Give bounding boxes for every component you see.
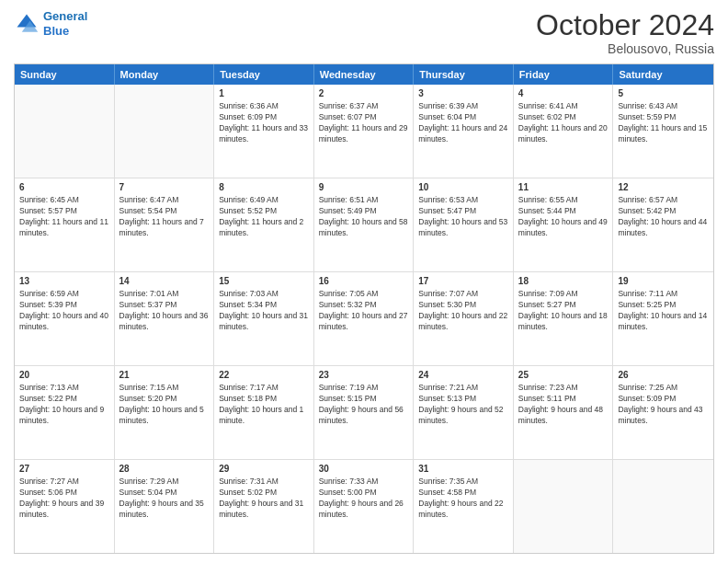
daylight-hours: Daylight: 10 hours and 49 minutes. bbox=[518, 217, 608, 237]
daylight-hours: Daylight: 10 hours and 14 minutes. bbox=[618, 311, 707, 331]
calendar-cell: 4Sunrise: 6:41 AMSunset: 6:02 PMDaylight… bbox=[514, 85, 614, 178]
calendar-cell: 27Sunrise: 7:27 AMSunset: 5:06 PMDayligh… bbox=[15, 460, 115, 553]
day-number: 12 bbox=[618, 181, 709, 194]
sunset-time: Sunset: 6:09 PM bbox=[219, 112, 277, 121]
title-block: October 2024 Belousovo, Russia bbox=[536, 9, 714, 56]
sunset-time: Sunset: 5:52 PM bbox=[219, 206, 277, 215]
daylight-hours: Daylight: 10 hours and 5 minutes. bbox=[119, 405, 204, 425]
day-number: 16 bbox=[319, 275, 409, 288]
sunrise-time: Sunrise: 6:41 AM bbox=[518, 101, 578, 110]
day-number: 23 bbox=[319, 369, 409, 382]
day-of-week-header: Thursday bbox=[414, 64, 514, 85]
day-number: 8 bbox=[219, 181, 309, 194]
sunrise-time: Sunrise: 7:15 AM bbox=[119, 383, 179, 392]
daylight-hours: Daylight: 9 hours and 26 minutes. bbox=[319, 499, 404, 519]
calendar-cell: 22Sunrise: 7:17 AMSunset: 5:18 PMDayligh… bbox=[214, 366, 314, 459]
sunset-time: Sunset: 5:13 PM bbox=[418, 394, 476, 403]
daylight-hours: Daylight: 10 hours and 31 minutes. bbox=[219, 311, 308, 331]
calendar-cell: 23Sunrise: 7:19 AMSunset: 5:15 PMDayligh… bbox=[314, 366, 415, 459]
day-number: 27 bbox=[19, 463, 109, 476]
sunset-time: Sunset: 5:15 PM bbox=[319, 394, 377, 403]
daylight-hours: Daylight: 9 hours and 52 minutes. bbox=[418, 405, 503, 425]
sunset-time: Sunset: 4:58 PM bbox=[418, 488, 476, 497]
sunrise-time: Sunrise: 6:37 AM bbox=[319, 101, 379, 110]
day-number: 25 bbox=[518, 369, 609, 382]
daylight-hours: Daylight: 10 hours and 40 minutes. bbox=[19, 311, 108, 331]
day-number: 5 bbox=[618, 87, 709, 100]
header: General Blue October 2024 Belousovo, Rus… bbox=[14, 9, 714, 56]
day-of-week-header: Saturday bbox=[613, 64, 713, 85]
day-number: 22 bbox=[219, 369, 309, 382]
daylight-hours: Daylight: 11 hours and 20 minutes. bbox=[518, 123, 608, 144]
daylight-hours: Daylight: 10 hours and 1 minute. bbox=[219, 405, 303, 425]
day-number: 29 bbox=[219, 463, 309, 476]
sunset-time: Sunset: 5:18 PM bbox=[219, 394, 277, 403]
daylight-hours: Daylight: 9 hours and 31 minutes. bbox=[219, 499, 303, 519]
calendar-week-row: 1Sunrise: 6:36 AMSunset: 6:09 PMDaylight… bbox=[15, 85, 713, 178]
calendar-body: 1Sunrise: 6:36 AMSunset: 6:09 PMDaylight… bbox=[15, 85, 713, 553]
calendar-cell: 17Sunrise: 7:07 AMSunset: 5:30 PMDayligh… bbox=[414, 272, 514, 365]
calendar-cell: 19Sunrise: 7:11 AMSunset: 5:25 PMDayligh… bbox=[613, 272, 713, 365]
day-number: 7 bbox=[119, 181, 210, 194]
sunset-time: Sunset: 6:02 PM bbox=[518, 112, 576, 121]
sunrise-time: Sunrise: 6:49 AM bbox=[219, 195, 279, 204]
calendar-cell bbox=[613, 460, 713, 553]
sunrise-time: Sunrise: 7:17 AM bbox=[219, 383, 279, 392]
sunrise-time: Sunrise: 7:31 AM bbox=[219, 477, 279, 486]
day-number: 9 bbox=[319, 181, 409, 194]
daylight-hours: Daylight: 11 hours and 15 minutes. bbox=[618, 123, 707, 144]
calendar-cell: 29Sunrise: 7:31 AMSunset: 5:02 PMDayligh… bbox=[214, 460, 314, 553]
daylight-hours: Daylight: 11 hours and 29 minutes. bbox=[319, 123, 408, 144]
sunrise-time: Sunrise: 7:29 AM bbox=[119, 477, 179, 486]
day-of-week-header: Wednesday bbox=[314, 64, 415, 85]
calendar-cell bbox=[15, 85, 115, 178]
calendar-cell: 24Sunrise: 7:21 AMSunset: 5:13 PMDayligh… bbox=[414, 366, 514, 459]
sunset-time: Sunset: 6:04 PM bbox=[418, 112, 476, 121]
sunrise-time: Sunrise: 7:35 AM bbox=[418, 477, 478, 486]
calendar-cell bbox=[514, 460, 614, 553]
daylight-hours: Daylight: 10 hours and 58 minutes. bbox=[319, 217, 408, 237]
sunrise-time: Sunrise: 6:45 AM bbox=[19, 195, 79, 204]
sunrise-time: Sunrise: 7:19 AM bbox=[319, 383, 379, 392]
sunset-time: Sunset: 5:09 PM bbox=[618, 394, 676, 403]
calendar-cell: 3Sunrise: 6:39 AMSunset: 6:04 PMDaylight… bbox=[414, 85, 514, 178]
sunrise-time: Sunrise: 6:39 AM bbox=[418, 101, 478, 110]
sunrise-time: Sunrise: 6:59 AM bbox=[19, 289, 79, 298]
day-number: 20 bbox=[19, 369, 109, 382]
sunset-time: Sunset: 5:54 PM bbox=[119, 206, 177, 215]
calendar-cell: 26Sunrise: 7:25 AMSunset: 5:09 PMDayligh… bbox=[613, 366, 713, 459]
daylight-hours: Daylight: 11 hours and 33 minutes. bbox=[219, 123, 308, 144]
daylight-hours: Daylight: 9 hours and 48 minutes. bbox=[518, 405, 603, 425]
logo: General Blue bbox=[14, 9, 87, 38]
sunrise-time: Sunrise: 6:43 AM bbox=[618, 101, 677, 110]
sunset-time: Sunset: 5:22 PM bbox=[19, 394, 77, 403]
sunrise-time: Sunrise: 7:27 AM bbox=[19, 477, 79, 486]
sunrise-time: Sunrise: 6:36 AM bbox=[219, 101, 279, 110]
daylight-hours: Daylight: 9 hours and 43 minutes. bbox=[618, 405, 702, 425]
sunrise-time: Sunrise: 6:55 AM bbox=[518, 195, 578, 204]
day-number: 30 bbox=[319, 463, 409, 476]
daylight-hours: Daylight: 10 hours and 22 minutes. bbox=[418, 311, 507, 331]
sunrise-time: Sunrise: 6:51 AM bbox=[319, 195, 379, 204]
day-number: 11 bbox=[518, 181, 609, 194]
calendar-cell: 7Sunrise: 6:47 AMSunset: 5:54 PMDaylight… bbox=[115, 178, 215, 271]
calendar-cell: 30Sunrise: 7:33 AMSunset: 5:00 PMDayligh… bbox=[314, 460, 415, 553]
calendar-cell: 10Sunrise: 6:53 AMSunset: 5:47 PMDayligh… bbox=[414, 178, 514, 271]
daylight-hours: Daylight: 10 hours and 44 minutes. bbox=[618, 217, 707, 237]
month-title: October 2024 bbox=[536, 9, 714, 41]
day-number: 26 bbox=[618, 369, 709, 382]
sunset-time: Sunset: 5:02 PM bbox=[219, 488, 277, 497]
daylight-hours: Daylight: 9 hours and 56 minutes. bbox=[319, 405, 404, 425]
calendar-cell: 25Sunrise: 7:23 AMSunset: 5:11 PMDayligh… bbox=[514, 366, 614, 459]
day-number: 10 bbox=[418, 181, 508, 194]
calendar-cell: 6Sunrise: 6:45 AMSunset: 5:57 PMDaylight… bbox=[15, 178, 115, 271]
sunset-time: Sunset: 5:32 PM bbox=[319, 300, 377, 309]
daylight-hours: Daylight: 11 hours and 7 minutes. bbox=[119, 217, 204, 237]
sunset-time: Sunset: 5:11 PM bbox=[518, 394, 576, 403]
calendar-cell bbox=[115, 85, 215, 178]
sunrise-time: Sunrise: 7:21 AM bbox=[418, 383, 478, 392]
sunset-time: Sunset: 5:57 PM bbox=[19, 206, 77, 215]
sunset-time: Sunset: 5:37 PM bbox=[119, 300, 177, 309]
daylight-hours: Daylight: 11 hours and 2 minutes. bbox=[219, 217, 303, 237]
sunrise-time: Sunrise: 7:05 AM bbox=[319, 289, 379, 298]
